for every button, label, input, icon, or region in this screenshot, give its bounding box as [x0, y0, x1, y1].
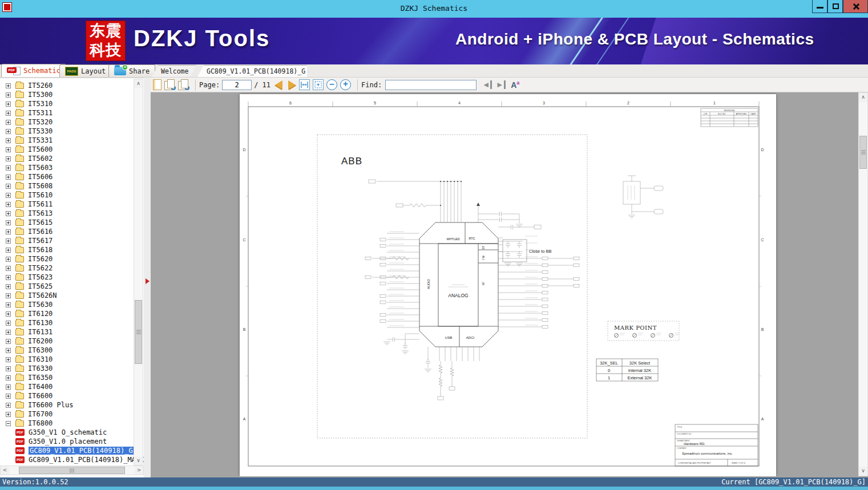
tree-vscrollbar[interactable]: ∧ ∨: [134, 79, 143, 465]
tree-folder-item[interactable]: IT5603: [0, 163, 133, 172]
tree-folder-item[interactable]: IT5626N: [0, 291, 133, 300]
tree-folder-item[interactable]: IT5320: [0, 118, 133, 127]
tab-schematic[interactable]: PDFSchematic: [1, 64, 66, 77]
tree-folder-item[interactable]: IT6120: [0, 309, 133, 318]
tree-folder-item[interactable]: IT6310: [0, 355, 133, 364]
tree-folder-item[interactable]: IT6131: [0, 327, 133, 337]
expand-icon[interactable]: [6, 403, 11, 408]
expand-icon[interactable]: [6, 284, 11, 289]
expand-icon[interactable]: [6, 92, 11, 98]
zoom-out-button[interactable]: −: [326, 79, 337, 90]
expand-icon[interactable]: [6, 202, 11, 207]
tree-folder-item[interactable]: IT5600: [0, 145, 133, 154]
tree-scroll-down-button[interactable]: ∨: [134, 456, 143, 465]
tree-folder-item[interactable]: IT6200: [0, 337, 133, 346]
expand-icon[interactable]: [6, 394, 11, 399]
next-page-button[interactable]: [288, 80, 296, 90]
viewer-scroll-up-button[interactable]: ∧: [859, 93, 867, 102]
expand-icon[interactable]: [6, 102, 11, 107]
expand-icon[interactable]: [6, 220, 11, 225]
expand-icon[interactable]: [6, 129, 11, 134]
expand-icon[interactable]: [6, 412, 11, 417]
tree-folder-item[interactable]: IT6300: [0, 346, 133, 355]
tree-scroll-left-button[interactable]: <: [1, 466, 9, 475]
expand-icon[interactable]: [6, 138, 11, 143]
find-next-button[interactable]: ▶: [495, 80, 506, 89]
expand-icon[interactable]: [6, 111, 11, 116]
collapse-panel-arrow-icon[interactable]: [146, 278, 150, 284]
tree-scroll-right-button[interactable]: >: [135, 466, 143, 475]
expand-icon[interactable]: [6, 330, 11, 335]
expand-icon[interactable]: [6, 147, 11, 152]
zoom-in-button[interactable]: +: [340, 79, 351, 90]
tree-folder-item[interactable]: IT6400: [0, 382, 133, 391]
expand-icon[interactable]: [6, 275, 11, 280]
viewer-scroll-down-button[interactable]: ∨: [859, 467, 867, 476]
expand-icon[interactable]: [6, 248, 11, 253]
expand-icon[interactable]: [6, 266, 11, 271]
tree-folder-item[interactable]: IT5260: [0, 81, 133, 90]
expand-icon[interactable]: [6, 175, 11, 180]
viewer-vscroll-thumb[interactable]: [859, 136, 867, 169]
prev-view-icon[interactable]: [164, 79, 175, 90]
tree-folder-item[interactable]: IT5616: [0, 227, 133, 236]
tree-folder-item[interactable]: IT5608: [0, 181, 133, 191]
expand-icon[interactable]: [6, 311, 11, 317]
expand-icon[interactable]: [6, 229, 11, 234]
tree-folder-item[interactable]: IT5311: [0, 108, 133, 118]
tree-folder-item[interactable]: IT6700: [0, 410, 133, 419]
tree-folder-item[interactable]: IT5618: [0, 245, 133, 254]
tree-folder-item[interactable]: IT5617: [0, 236, 133, 245]
tree-document-item[interactable]: PDFGC809_V1.01_PCB(140918)_G: [0, 446, 133, 455]
expand-icon[interactable]: [6, 375, 11, 380]
tree-folder-item[interactable]: IT6600 Plus: [0, 400, 133, 410]
tree-folder-item[interactable]: IT5610: [0, 191, 133, 200]
expand-icon[interactable]: [6, 257, 11, 262]
expand-icon[interactable]: [6, 238, 11, 244]
tree-hscroll-thumb[interactable]: [19, 467, 125, 474]
tree-folder-item[interactable]: IT5620: [0, 254, 133, 264]
expand-icon[interactable]: [6, 302, 11, 307]
fit-page-button[interactable]: [313, 79, 324, 90]
tree-folder-item[interactable]: IT5613: [0, 209, 133, 218]
tree-vscroll-thumb[interactable]: [135, 300, 142, 364]
tree-folder-item[interactable]: IT5615: [0, 218, 133, 227]
tree-scroll-up-button[interactable]: ∧: [134, 79, 143, 88]
expand-icon[interactable]: [6, 193, 11, 198]
tab-share[interactable]: +Share: [108, 64, 155, 77]
tree-folder-item[interactable]: IT6130: [0, 318, 133, 327]
expand-icon[interactable]: [6, 384, 11, 390]
match-case-button[interactable]: Aa: [511, 80, 519, 90]
tree-folder-item[interactable]: IT5606: [0, 172, 133, 181]
expand-icon[interactable]: [6, 357, 11, 362]
viewer-vscrollbar[interactable]: ∧ ∨: [858, 92, 868, 476]
tree-folder-item[interactable]: IT6350: [0, 373, 133, 382]
tree-folder-item[interactable]: IT5625: [0, 282, 133, 291]
find-input[interactable]: [385, 80, 477, 90]
close-document-icon[interactable]: x: [309, 68, 312, 75]
tree-document-item[interactable]: PDFG350_V1.0 placement: [0, 437, 133, 446]
tree-folder-item[interactable]: IT6330: [0, 364, 133, 373]
minimize-button[interactable]: [812, 0, 827, 13]
expand-icon[interactable]: [6, 156, 11, 161]
pdf-viewer[interactable]: ABB REVISIONS LTR ECO NO APPROVED DATE: [151, 92, 858, 476]
expand-icon[interactable]: [6, 211, 11, 216]
tree-document-item[interactable]: PDFG350_V1 O_schematic: [0, 428, 133, 437]
tree-folder-item[interactable]: IT5622: [0, 264, 133, 273]
expand-icon[interactable]: [6, 120, 11, 125]
tree-folder-item[interactable]: IT5331: [0, 136, 133, 145]
close-button[interactable]: [843, 0, 868, 13]
panel-splitter[interactable]: [144, 78, 151, 477]
tree-folder-item[interactable]: IT6600: [0, 391, 133, 400]
page-number-input[interactable]: [222, 80, 252, 90]
maximize-button[interactable]: [827, 0, 843, 13]
find-previous-button[interactable]: ◀: [482, 80, 492, 89]
tree-hscrollbar[interactable]: < >: [0, 465, 144, 475]
tab-layout[interactable]: PADSLayout: [59, 64, 111, 77]
tree-folder-item[interactable]: IT5300: [0, 90, 133, 99]
tree-folder-item[interactable]: IT5611: [0, 200, 133, 209]
expand-icon[interactable]: [6, 184, 11, 189]
expand-icon[interactable]: [6, 293, 11, 298]
expand-icon[interactable]: [6, 321, 11, 326]
tree-folder-item[interactable]: IT5330: [0, 127, 133, 136]
